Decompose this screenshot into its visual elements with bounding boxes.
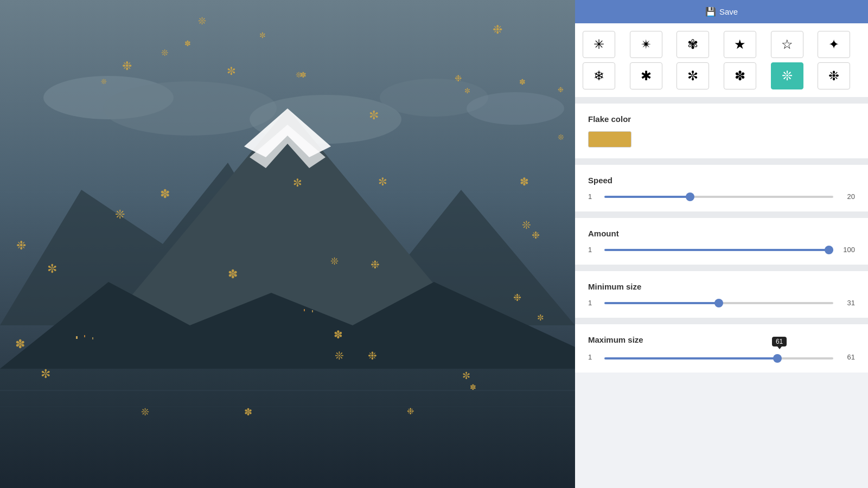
- divider-3: [575, 211, 868, 218]
- flake: ✽: [520, 175, 529, 188]
- save-label: Save: [719, 7, 738, 16]
- flake: ❊: [335, 349, 344, 362]
- flake: ✽: [334, 328, 343, 341]
- svg-point-5: [467, 92, 564, 125]
- shape-button-asterisk6[interactable]: ✳: [583, 31, 615, 58]
- svg-rect-11: [0, 369, 575, 488]
- flake: ❊: [198, 15, 206, 27]
- shape-button-star-thin[interactable]: ✦: [818, 31, 850, 58]
- flake: ✼: [47, 262, 57, 276]
- flake: ❊: [161, 48, 168, 58]
- flake: ❊: [558, 133, 564, 142]
- amount-title: Amount: [588, 229, 855, 238]
- flake: ❉: [122, 59, 132, 73]
- flake: ✽: [519, 78, 526, 86]
- flake: ✼: [293, 176, 302, 189]
- speed-section: Speed 1 20: [575, 165, 868, 211]
- save-button[interactable]: 💾 Save: [575, 0, 868, 23]
- shape-button-snowflake5[interactable]: ❉: [818, 62, 850, 89]
- flake: ❊: [101, 78, 107, 86]
- flake: ✼: [462, 370, 470, 382]
- flake: ❊: [115, 208, 125, 222]
- flake: ❉: [371, 258, 380, 271]
- flake: ✼: [259, 31, 266, 40]
- divider-4: [575, 265, 868, 271]
- flake: ❊: [296, 70, 302, 79]
- flake: ✼: [537, 313, 544, 323]
- speed-title: Speed: [588, 176, 855, 185]
- svg-rect-16: [312, 310, 313, 312]
- shape-button-star5[interactable]: ★: [724, 31, 756, 58]
- right-panel: 💾 Save ✳✴✾★☆✦❄✱✼✽❊❉ Flake color Speed 1 …: [575, 0, 868, 488]
- min-size-min: 1: [588, 299, 599, 307]
- min-size-slider[interactable]: [604, 302, 833, 304]
- flake: ✼: [369, 108, 379, 123]
- shape-button-snowflake-bold[interactable]: ✾: [676, 31, 709, 58]
- flake-color-swatch[interactable]: [588, 131, 631, 147]
- flake: ❉: [368, 349, 377, 362]
- flake: ✽: [184, 39, 191, 48]
- flake: ✽: [228, 267, 238, 281]
- svg-rect-13: [84, 335, 85, 337]
- flake: ❊: [330, 255, 339, 267]
- divider-2: [575, 158, 868, 165]
- max-size-max: 61: [839, 353, 855, 361]
- amount-min: 1: [588, 246, 599, 254]
- min-size-max: 31: [839, 299, 855, 307]
- flake: ✽: [470, 383, 476, 391]
- flake: ❉: [532, 229, 540, 241]
- svg-point-2: [103, 81, 277, 136]
- svg-rect-15: [304, 309, 305, 311]
- shape-button-asterisk-bold[interactable]: ✱: [630, 62, 662, 89]
- divider-5: [575, 318, 868, 324]
- shape-button-snowflake2[interactable]: ✼: [676, 62, 709, 89]
- flake: ❊: [522, 219, 531, 232]
- shape-button-snowflake1[interactable]: ❄: [583, 62, 615, 89]
- amount-slider-row: 1 100: [588, 246, 855, 254]
- svg-rect-14: [92, 337, 93, 339]
- max-size-section: Maximum size 1 61 61: [575, 324, 868, 373]
- svg-rect-12: [76, 336, 78, 339]
- max-size-min: 1: [588, 353, 599, 361]
- flake: ✼: [227, 65, 236, 78]
- flake: ✼: [464, 87, 470, 95]
- flake: ✽: [244, 406, 252, 418]
- amount-max: 100: [839, 246, 855, 254]
- max-size-title: Maximum size: [588, 335, 855, 344]
- shape-button-star-outline[interactable]: ☆: [771, 31, 803, 58]
- flake: ❉: [493, 23, 502, 37]
- flake: ✽: [15, 337, 25, 351]
- speed-max: 20: [839, 192, 855, 201]
- speed-slider[interactable]: [604, 196, 833, 198]
- max-size-slider-row: 1 61 61: [588, 352, 855, 362]
- max-size-tooltip: 61: [772, 337, 787, 346]
- speed-slider-row: 1 20: [588, 192, 855, 201]
- divider-1: [575, 97, 868, 104]
- shape-button-snowflake3[interactable]: ✽: [724, 62, 756, 89]
- shape-button-snowflake4[interactable]: ❊: [771, 62, 803, 89]
- flake-color-title: Flake color: [588, 114, 855, 124]
- min-size-title: Minimum size: [588, 282, 855, 291]
- flake: ❉: [407, 406, 414, 416]
- flake-color-section: Flake color: [575, 104, 868, 158]
- flake: ❉: [455, 73, 462, 84]
- shape-selector: ✳✴✾★☆✦❄✱✼✽❊❉: [575, 23, 868, 97]
- flake: ❊: [141, 406, 149, 418]
- flake: ❉: [558, 86, 564, 94]
- canvas-area: ❊❉✼✽❊❉✼✽❊❉✼✽❊❉✼✽❊❉✼✽❊❉✼✽❊❉✼✽❊❉✼✽❊❉✼✽❊❉✼✽: [0, 0, 575, 488]
- flake: ❉: [16, 239, 26, 253]
- flake: ✽: [160, 187, 170, 201]
- min-size-slider-row: 1 31: [588, 299, 855, 307]
- amount-slider[interactable]: [604, 249, 833, 251]
- shape-button-asterisk8[interactable]: ✴: [630, 31, 662, 58]
- save-icon: 💾: [705, 7, 716, 17]
- flake: ✼: [41, 367, 50, 381]
- amount-section: Amount 1 100: [575, 218, 868, 265]
- flake: ❉: [513, 292, 521, 304]
- max-size-slider[interactable]: [604, 357, 833, 359]
- flake: ✼: [378, 175, 387, 188]
- speed-min: 1: [588, 192, 599, 201]
- min-size-section: Minimum size 1 31: [575, 271, 868, 318]
